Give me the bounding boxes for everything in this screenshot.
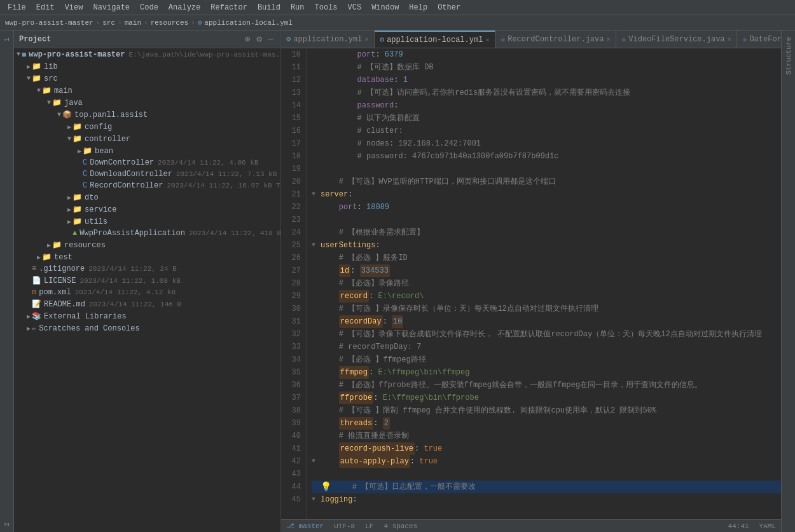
code-line-30[interactable]: # 【可选 】录像保存时长（单位：天）每天晚12点自动对过期文件执行清理 <box>312 303 781 315</box>
tab-close-3[interactable]: ✕ <box>606 35 611 43</box>
code-line-26[interactable]: # 【必选 】服务ID <box>312 252 781 264</box>
tree-item-ext-lib[interactable]: ▶ 📚 External Libraries <box>14 310 280 322</box>
code-line-22[interactable]: port: 18089 <box>312 201 781 214</box>
code-line-44[interactable]: 💡 # 【可选】日志配置，一般不需要改 <box>312 481 781 493</box>
menu-build[interactable]: Build <box>252 2 286 13</box>
breadcrumb-resources[interactable]: resources <box>151 19 188 27</box>
status-lang[interactable]: YAML <box>759 522 776 530</box>
menu-tools[interactable]: Tools <box>310 2 343 13</box>
fold-arrow-25[interactable]: ▼ <box>312 239 321 252</box>
menu-view[interactable]: View <box>60 2 88 13</box>
code-line-31[interactable]: recordDay: 10 <box>312 315 781 328</box>
tree-item-test[interactable]: ▶ 📁 test <box>14 251 280 263</box>
menu-navigate[interactable]: Navigate <box>88 2 135 13</box>
code-line-37[interactable]: ffprobe: E:\ffmpeg\bin\ffprobe <box>312 392 781 404</box>
menu-other[interactable]: Other <box>432 2 466 13</box>
code-line-20[interactable]: # 【可选】WVP监听的HTTP端口，网页和接口调用都是这个端口 <box>312 175 781 188</box>
tab-application-local-yml[interactable]: ⚙ application-local.yml ✕ <box>375 31 495 48</box>
code-line-19[interactable] <box>312 163 781 175</box>
code-line-41[interactable]: record-push-live: true <box>312 442 781 455</box>
breadcrumb-project[interactable]: wwp-pro-assist-master <box>5 19 93 27</box>
tab-dateformat-java[interactable]: ☕ DateFormat.java ✕ <box>737 31 781 48</box>
code-line-38[interactable]: # 【可选 】限制 ffmpeg 合并文件使用的线程数. 间接限制cpu使用率，… <box>312 404 781 417</box>
code-line-40[interactable]: # 推流直播是否录制 <box>312 430 781 442</box>
code-line-16[interactable]: # cluster: <box>312 125 781 137</box>
tree-item-service[interactable]: ▶ 📁 service <box>14 203 280 215</box>
code-line-43[interactable] <box>312 468 781 481</box>
code-line-45[interactable]: ▼logging: <box>312 493 781 506</box>
tree-item-java[interactable]: ▼ 📁 java <box>14 97 280 109</box>
menu-window[interactable]: Window <box>366 2 404 13</box>
project-tab[interactable]: 1 <box>1 33 13 46</box>
code-line-24[interactable]: # 【根据业务需求配置】 <box>312 226 781 239</box>
tree-item-controller[interactable]: ▼ 📁 controller <box>14 133 280 145</box>
tree-item-root[interactable]: ▼ ◼ wwp-pro-assist-master E:\java_path\i… <box>14 48 280 60</box>
sidebar-minimize-icon[interactable]: — <box>266 33 275 45</box>
tree-item-main[interactable]: ▼ 📁 main <box>14 85 280 97</box>
tree-item-recordcontroller[interactable]: ▶ C RecordController 2023/4/14 11:22, 16… <box>14 180 280 191</box>
code-line-34[interactable]: # 【必选 】ffmpeg路径 <box>312 353 781 366</box>
tree-item-license[interactable]: ▶ 📄 LICENSE 2023/4/14 11:22, 1.08 kB <box>14 275 280 287</box>
tree-item-package[interactable]: ▼ 📦 top.panll.assist <box>14 109 280 121</box>
tab-videofileservice-java[interactable]: ☕ VideoFileService.java ✕ <box>616 31 737 48</box>
fold-arrow-45[interactable]: ▼ <box>312 493 321 506</box>
sidebar-add-icon[interactable]: ⊕ <box>243 33 252 45</box>
fold-arrow-21[interactable]: ▼ <box>312 188 321 201</box>
tree-item-config[interactable]: ▶ 📁 config <box>14 121 280 133</box>
tab-close-2[interactable]: ✕ <box>485 36 490 44</box>
code-line-12[interactable]: database: 1 <box>312 74 781 86</box>
code-line-42[interactable]: ▼ auto-apply-play: true <box>312 455 781 468</box>
code-line-11[interactable]: # 【可选】数据库 DB <box>312 61 781 74</box>
code-line-10[interactable]: port: 6379 <box>312 48 781 61</box>
tree-item-downloadcontroller[interactable]: ▶ C DownloadController 2023/4/14 11:22, … <box>14 168 280 180</box>
menu-code[interactable]: Code <box>135 2 163 13</box>
tree-item-gitignore[interactable]: ▶ ≡ .gitignore 2023/4/14 11:22, 24 B <box>14 263 280 275</box>
structure-tab[interactable]: 2 <box>1 518 13 531</box>
sidebar-settings-icon[interactable]: ⚙ <box>254 33 263 45</box>
breadcrumb-main[interactable]: main <box>125 19 141 27</box>
tree-item-utils[interactable]: ▶ 📁 utils <box>14 215 280 228</box>
code-line-13[interactable]: # 【可选】访问密码,若你的redis服务器没有设置密码，就不需要用密码去连接 <box>312 86 781 99</box>
tree-item-bean[interactable]: ▶ 📁 bean <box>14 145 280 157</box>
tree-item-pom[interactable]: ▶ m pom.xml 2023/4/14 11:22, 4.12 kB <box>14 287 280 298</box>
code-line-23[interactable] <box>312 214 781 226</box>
right-tab-structure[interactable]: Structure <box>784 33 794 78</box>
menu-refactor[interactable]: Refactor <box>205 2 252 13</box>
tree-item-app[interactable]: ▶ ▲ WwpProAssistApplication 2023/4/14 11… <box>14 228 280 239</box>
menu-run[interactable]: Run <box>286 2 310 13</box>
tree-item-lib[interactable]: ▶ 📁 lib <box>14 60 280 72</box>
code-line-28[interactable]: # 【必选】录像路径 <box>312 277 781 290</box>
breadcrumb-src[interactable]: src <box>102 19 115 27</box>
menu-edit[interactable]: Edit <box>31 2 60 13</box>
code-line-15[interactable]: # 以下为集群配置 <box>312 112 781 125</box>
tab-recordcontroller-java[interactable]: ☕ RecordController.java ✕ <box>495 31 616 48</box>
code-line-27[interactable]: id: 334533 <box>312 264 781 277</box>
code-line-17[interactable]: # nodes: 192.168.1.242:7001 <box>312 137 781 150</box>
menu-file[interactable]: File <box>3 2 31 13</box>
code-area[interactable]: port: 6379 # 【可选】数据库 DB database: 1 # 【可… <box>307 48 781 519</box>
menu-help[interactable]: Help <box>404 2 432 13</box>
status-line-ending[interactable]: LF <box>365 522 373 530</box>
fold-arrow-42[interactable]: ▼ <box>312 455 321 468</box>
menu-vcs[interactable]: VCS <box>343 2 367 13</box>
tree-item-dto[interactable]: ▶ 📁 dto <box>14 191 280 203</box>
code-line-36[interactable]: # 【必选】ffprobe路径。一般安装ffmpeg就会自带，一般跟ffmpeg… <box>312 379 781 392</box>
code-line-18[interactable]: # password: 4767cb971b40a1300fa09b7f87b0… <box>312 150 781 163</box>
menu-analyze[interactable]: Analyze <box>163 2 205 13</box>
tab-close-4[interactable]: ✕ <box>728 35 732 43</box>
tree-item-readme[interactable]: ▶ 📝 README.md 2023/4/14 11:22, 146 B <box>14 298 280 310</box>
code-line-21[interactable]: ▼server: <box>312 188 781 201</box>
code-line-39[interactable]: threads: 2 <box>312 417 781 430</box>
code-line-29[interactable]: record: E:\record\ <box>312 290 781 303</box>
tab-application-yml[interactable]: ⚙ application.yml ✕ <box>281 31 375 48</box>
tree-item-src[interactable]: ▼ 📁 src <box>14 72 280 85</box>
code-line-33[interactable]: # recordTempDay: 7 <box>312 341 781 353</box>
tree-item-resources[interactable]: ▶ 📁 resources <box>14 239 280 251</box>
code-line-14[interactable]: password: <box>312 99 781 112</box>
status-indent[interactable]: 4 spaces <box>384 522 417 530</box>
tab-close-1[interactable]: ✕ <box>364 35 369 43</box>
tree-item-scratches[interactable]: ▶ ✏ Scratches and Consoles <box>14 322 280 334</box>
code-line-25[interactable]: ▼userSettings: <box>312 239 781 252</box>
tree-item-downcontroller[interactable]: ▶ C DownController 2023/4/14 11:22, 4.06… <box>14 157 280 168</box>
code-line-32[interactable]: # 【可选】录像下载合成临时文件保存时长， 不配置默认取值recordDay（单… <box>312 328 781 341</box>
